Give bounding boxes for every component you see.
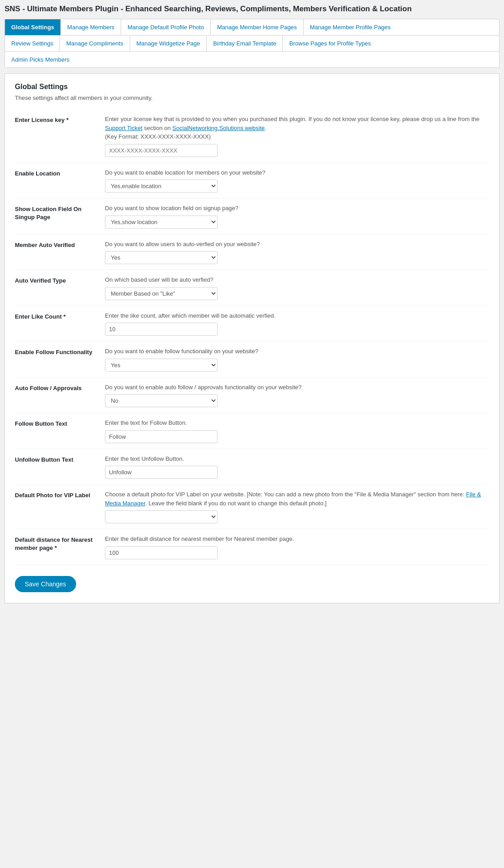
section-description: These settings affect all members in you… bbox=[15, 94, 489, 101]
field-col-default-distance: Enter the default distance for nearest m… bbox=[105, 535, 489, 559]
socialnetworking-link[interactable]: SocialNetworking.Solutions website bbox=[173, 125, 265, 131]
support-ticket-link[interactable]: Support Ticket bbox=[105, 125, 142, 131]
label-license-key: Enter License key * bbox=[15, 115, 105, 157]
field-col-enable-location: Do you want to enable location for membe… bbox=[105, 168, 489, 193]
tab-manage-member-home-pages[interactable]: Manage Member Home Pages bbox=[211, 19, 304, 35]
field-default-photo-vip: Default Photo for VIP Label Choose a def… bbox=[15, 485, 489, 529]
save-changes-button[interactable]: Save Changes bbox=[15, 576, 76, 592]
desc-license-key: Enter your license key that is provided … bbox=[105, 115, 489, 141]
content-area: Global Settings These settings affect al… bbox=[5, 73, 499, 603]
tabs-row-3: Admin Picks Members bbox=[5, 52, 499, 67]
desc-enable-follow: Do you want to enable follow functionali… bbox=[105, 347, 489, 356]
label-member-auto-verified: Member Auto Verified bbox=[15, 240, 105, 265]
enable-location-select[interactable]: Yes,enable location No,disable location bbox=[105, 180, 218, 193]
tabs-row-1: Global Settings Manage Members Manage De… bbox=[5, 19, 499, 36]
field-col-unfollow-button-text: Enter the text Unfollow Button. bbox=[105, 454, 489, 479]
tab-review-settings[interactable]: Review Settings bbox=[5, 36, 60, 51]
label-enable-follow: Enable Follow Functionality bbox=[15, 347, 105, 372]
like-count-input[interactable] bbox=[105, 323, 218, 336]
label-follow-button-text: Follow Button Text bbox=[15, 418, 105, 443]
field-show-location: Show Location Field On Singup Page Do yo… bbox=[15, 198, 489, 234]
default-distance-input[interactable] bbox=[105, 546, 218, 559]
tabs-row-2: Review Settings Manage Compliments Manag… bbox=[5, 36, 499, 52]
desc-default-distance: Enter the default distance for nearest m… bbox=[105, 535, 489, 544]
auto-follow-select[interactable]: No Yes bbox=[105, 394, 218, 407]
tab-manage-member-profile-pages[interactable]: Manage Member Profile Pages bbox=[304, 19, 397, 35]
desc-default-photo-vip: Choose a default photo for VIP Label on … bbox=[105, 490, 489, 508]
field-auto-follow: Auto Follow / Approvals Do you want to e… bbox=[15, 378, 489, 414]
auto-verified-type-select[interactable]: Member Based on "Like" Member Based on "… bbox=[105, 287, 218, 300]
tab-manage-compliments[interactable]: Manage Compliments bbox=[60, 36, 130, 51]
field-enable-location: Enable Location Do you want to enable lo… bbox=[15, 163, 489, 199]
field-col-follow-button-text: Enter the text for Follow Button. bbox=[105, 418, 489, 443]
save-section: Save Changes bbox=[15, 565, 489, 592]
desc-auto-verified-type: On which based user will be auto verfied… bbox=[105, 275, 489, 284]
default-photo-vip-select[interactable] bbox=[105, 510, 218, 523]
label-auto-follow: Auto Follow / Approvals bbox=[15, 383, 105, 408]
label-enable-location: Enable Location bbox=[15, 168, 105, 193]
desc-follow-button-text: Enter the text for Follow Button. bbox=[105, 418, 489, 427]
field-enter-like-count: Enter Like Count * Enter the like count,… bbox=[15, 306, 489, 342]
field-col-auto-follow: Do you want to enable auto follow / appr… bbox=[105, 383, 489, 408]
tab-manage-default-profile-photo[interactable]: Manage Default Profile Photo bbox=[121, 19, 211, 35]
field-col-enter-like-count: Enter the like count, after which member… bbox=[105, 311, 489, 336]
label-auto-verified-type: Auto Verified Type bbox=[15, 275, 105, 300]
desc-auto-follow: Do you want to enable auto follow / appr… bbox=[105, 383, 489, 392]
member-auto-verified-select[interactable]: Yes No bbox=[105, 251, 218, 264]
desc-enable-location: Do you want to enable location for membe… bbox=[105, 168, 489, 177]
page-wrapper: SNS - Ultimate Members Plugin - Enhanced… bbox=[5, 4, 499, 603]
label-default-distance: Default distance for Nearest member page… bbox=[15, 535, 105, 559]
field-col-license-key: Enter your license key that is provided … bbox=[105, 115, 489, 157]
field-auto-verified-type: Auto Verified Type On which based user w… bbox=[15, 270, 489, 306]
field-col-default-photo-vip: Choose a default photo for VIP Label on … bbox=[105, 490, 489, 523]
label-unfollow-button-text: Unfollow Button Text bbox=[15, 454, 105, 479]
tabs-container: Global Settings Manage Members Manage De… bbox=[5, 19, 499, 68]
field-unfollow-button-text: Unfollow Button Text Enter the text Unfo… bbox=[15, 449, 489, 485]
unfollow-button-text-input[interactable] bbox=[105, 466, 218, 479]
label-default-photo-vip: Default Photo for VIP Label bbox=[15, 490, 105, 523]
follow-button-text-input[interactable] bbox=[105, 430, 218, 443]
field-col-auto-verified-type: On which based user will be auto verfied… bbox=[105, 275, 489, 300]
field-col-member-auto-verified: Do you want to allow users to auto-verfi… bbox=[105, 240, 489, 265]
tab-global-settings[interactable]: Global Settings bbox=[5, 19, 61, 35]
enable-follow-select[interactable]: Yes No bbox=[105, 359, 218, 372]
section-title: Global Settings bbox=[15, 83, 489, 91]
label-enter-like-count: Enter Like Count * bbox=[15, 311, 105, 336]
desc-unfollow-button-text: Enter the text Unfollow Button. bbox=[105, 454, 489, 463]
field-col-enable-follow: Do you want to enable follow functionali… bbox=[105, 347, 489, 372]
field-enable-follow: Enable Follow Functionality Do you want … bbox=[15, 342, 489, 378]
tab-admin-picks-members[interactable]: Admin Picks Members bbox=[5, 52, 76, 67]
tab-manage-widgetize-page[interactable]: Manage Widgetize Page bbox=[130, 36, 207, 51]
label-show-location: Show Location Field On Singup Page bbox=[15, 204, 105, 229]
show-location-select[interactable]: Yes,show location No,hide location bbox=[105, 216, 218, 229]
tab-manage-members[interactable]: Manage Members bbox=[61, 19, 121, 35]
field-default-distance: Default distance for Nearest member page… bbox=[15, 529, 489, 565]
field-col-show-location: Do you want to show location field on si… bbox=[105, 204, 489, 229]
desc-show-location: Do you want to show location field on si… bbox=[105, 204, 489, 213]
field-follow-button-text: Follow Button Text Enter the text for Fo… bbox=[15, 413, 489, 449]
license-key-input[interactable] bbox=[105, 144, 218, 157]
tab-browse-pages-for-profile-types[interactable]: Browse Pages for Profile Types bbox=[283, 36, 377, 51]
desc-member-auto-verified: Do you want to allow users to auto-verfi… bbox=[105, 240, 489, 249]
field-member-auto-verified: Member Auto Verified Do you want to allo… bbox=[15, 234, 489, 270]
desc-enter-like-count: Enter the like count, after which member… bbox=[105, 311, 489, 320]
field-license-key: Enter License key * Enter your license k… bbox=[15, 109, 489, 163]
tab-birthday-email-template[interactable]: Birthday Email Template bbox=[207, 36, 283, 51]
plugin-title: SNS - Ultimate Members Plugin - Enhanced… bbox=[5, 4, 499, 13]
